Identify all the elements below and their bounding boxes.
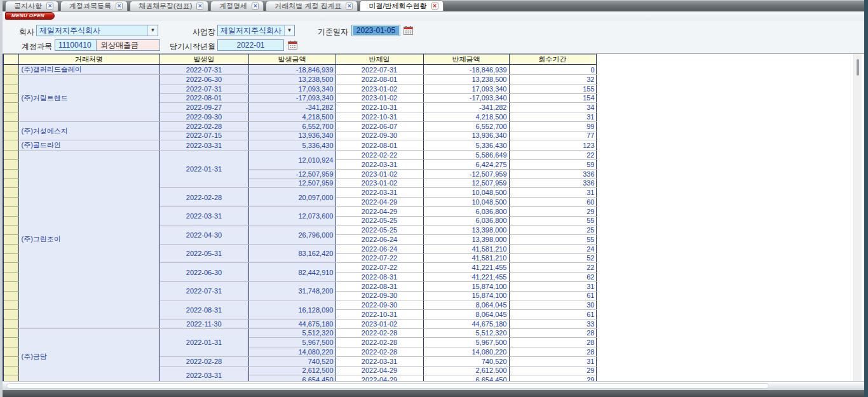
settle-amount-cell[interactable]: 41,221,455: [423, 263, 509, 273]
settle-amount-cell[interactable]: 6,552,700: [423, 121, 509, 131]
tab-close-icon[interactable]: ✕: [252, 3, 259, 10]
occur-amount-cell[interactable]: 83,162,420: [248, 244, 336, 263]
occur-date-cell[interactable]: 2022-01-31: [159, 328, 248, 356]
collect-days-cell[interactable]: 77: [509, 131, 596, 140]
occur-date-cell[interactable]: 2022-06-30: [159, 75, 248, 84]
occur-date-cell[interactable]: 2022-03-31: [159, 206, 248, 225]
collect-days-cell[interactable]: 28: [509, 338, 596, 347]
occur-amount-cell[interactable]: 14,080,220: [248, 347, 336, 357]
occur-amount-cell[interactable]: 5,336,430: [248, 140, 336, 151]
row-selector[interactable]: [3, 347, 18, 357]
settle-date-cell[interactable]: 2023-01-02: [336, 169, 423, 178]
settle-date-cell[interactable]: 2022-06-24: [336, 244, 423, 253]
client-name-cell[interactable]: (주)금담: [18, 328, 159, 381]
settle-date-cell[interactable]: 2022-03-31: [336, 160, 423, 170]
settle-date-cell[interactable]: 2022-10-31: [336, 310, 423, 320]
tab-close-icon[interactable]: ✕: [346, 3, 353, 10]
settle-date-cell[interactable]: 2022-04-29: [336, 198, 423, 207]
settle-amount-cell[interactable]: 6,424,275: [423, 160, 509, 170]
collect-days-cell[interactable]: 123: [509, 140, 596, 151]
row-selector[interactable]: [3, 263, 18, 273]
collect-days-cell[interactable]: 25: [509, 225, 596, 235]
row-selector[interactable]: [3, 366, 18, 375]
row-selector[interactable]: [3, 140, 18, 151]
row-selector[interactable]: [3, 375, 18, 381]
row-selector[interactable]: [3, 356, 18, 366]
calendar-icon[interactable]: [403, 26, 413, 35]
settle-amount-cell[interactable]: 44,675,180: [423, 319, 509, 328]
row-selector[interactable]: [3, 235, 18, 245]
settle-date-cell[interactable]: 2022-05-25: [336, 225, 423, 235]
tab-close-icon[interactable]: ✕: [196, 3, 203, 10]
collect-days-cell[interactable]: 336: [509, 169, 596, 178]
row-selector[interactable]: [3, 244, 18, 253]
menu-open-button[interactable]: MENU OPEN: [5, 12, 55, 20]
occur-date-cell[interactable]: 2022-07-31: [159, 281, 248, 300]
settle-amount-cell[interactable]: 13,936,340: [423, 131, 509, 140]
occur-amount-cell[interactable]: 16,128,090: [248, 300, 336, 320]
collect-days-cell[interactable]: 155: [509, 84, 596, 93]
row-selector[interactable]: [3, 178, 18, 188]
collect-days-cell[interactable]: 29: [509, 375, 596, 381]
settle-date-cell[interactable]: 2022-03-31: [336, 356, 423, 366]
settle-amount-cell[interactable]: 15,874,100: [423, 281, 509, 291]
calendar-icon[interactable]: [288, 41, 297, 50]
row-selector[interactable]: [3, 273, 18, 282]
settle-date-cell[interactable]: 2022-04-29: [336, 375, 423, 381]
client-name-cell[interactable]: (주)거성에스지: [18, 121, 159, 140]
settle-date-cell[interactable]: 2022-04-29: [336, 206, 423, 216]
collect-days-cell[interactable]: 31: [509, 188, 596, 198]
occur-date-cell[interactable]: 2022-09-30: [159, 112, 248, 122]
client-name-cell[interactable]: (주)골드라인: [18, 140, 159, 151]
settle-amount-cell[interactable]: 12,507,959: [423, 178, 509, 188]
settle-amount-cell[interactable]: 5,967,500: [423, 338, 509, 347]
collect-days-cell[interactable]: 154: [509, 93, 596, 103]
collect-days-cell[interactable]: 29: [509, 366, 596, 375]
settle-date-cell[interactable]: 2022-06-24: [336, 235, 423, 245]
tab-item[interactable]: 계정과목등록✕: [60, 1, 128, 11]
row-selector[interactable]: [3, 291, 18, 300]
occur-amount-cell[interactable]: 740,520: [248, 356, 336, 366]
base-date-input[interactable]: 2023-01-05: [351, 25, 400, 36]
settle-amount-cell[interactable]: 41,581,210: [423, 244, 509, 253]
occur-date-cell[interactable]: 2022-03-31: [159, 140, 248, 151]
occur-amount-cell[interactable]: -12,507,959: [248, 169, 336, 178]
row-selector[interactable]: [3, 112, 18, 122]
occur-amount-cell[interactable]: 6,654,450: [248, 375, 336, 381]
settle-amount-cell[interactable]: 5,586,649: [423, 151, 509, 160]
settle-amount-cell[interactable]: 41,581,210: [423, 253, 509, 263]
settle-date-cell[interactable]: 2022-02-28: [336, 338, 423, 347]
collect-days-cell[interactable]: 28: [509, 347, 596, 357]
occur-date-cell[interactable]: 2022-08-01: [159, 93, 248, 103]
settle-date-cell[interactable]: 2022-04-29: [336, 366, 423, 375]
settle-date-cell[interactable]: 2022-02-28: [336, 328, 423, 338]
collect-days-cell[interactable]: 31: [509, 356, 596, 366]
occur-amount-cell[interactable]: -18,846,939: [248, 65, 336, 75]
collect-days-cell[interactable]: 32: [509, 75, 596, 84]
settle-amount-cell[interactable]: 10,048,500: [423, 188, 509, 198]
collect-days-cell[interactable]: 22: [509, 263, 596, 273]
collect-days-cell[interactable]: 29: [509, 206, 596, 216]
settle-date-cell[interactable]: 2022-09-30: [336, 291, 423, 300]
collect-days-cell[interactable]: 55: [509, 216, 596, 225]
settle-date-cell[interactable]: 2022-07-22: [336, 263, 423, 273]
row-selector[interactable]: [3, 131, 18, 140]
collect-days-cell[interactable]: 31: [509, 112, 596, 122]
settle-amount-cell[interactable]: -341,282: [423, 103, 509, 112]
client-name-cell[interactable]: (주)그린조이: [18, 151, 159, 328]
occur-date-cell[interactable]: 2022-07-31: [159, 65, 248, 75]
row-selector[interactable]: [3, 206, 18, 216]
settle-date-cell[interactable]: 2022-09-30: [336, 300, 423, 310]
settle-amount-cell[interactable]: -12,507,959: [423, 169, 509, 178]
collect-days-cell[interactable]: 22: [509, 151, 596, 160]
settle-amount-cell[interactable]: 13,238,500: [423, 75, 509, 84]
occur-amount-cell[interactable]: 31,748,200: [248, 281, 336, 300]
settle-amount-cell[interactable]: 5,336,430: [423, 140, 509, 151]
settle-date-cell[interactable]: 2022-09-30: [336, 131, 423, 140]
row-selector[interactable]: [3, 160, 18, 170]
occur-amount-cell[interactable]: 5,512,320: [248, 328, 336, 338]
tab-item[interactable]: 거래처별 계정 집계표✕: [266, 1, 358, 11]
occur-date-cell[interactable]: 2022-04-30: [159, 225, 248, 245]
collect-days-cell[interactable]: 61: [509, 310, 596, 320]
vertical-scrollbar[interactable]: [853, 54, 862, 381]
